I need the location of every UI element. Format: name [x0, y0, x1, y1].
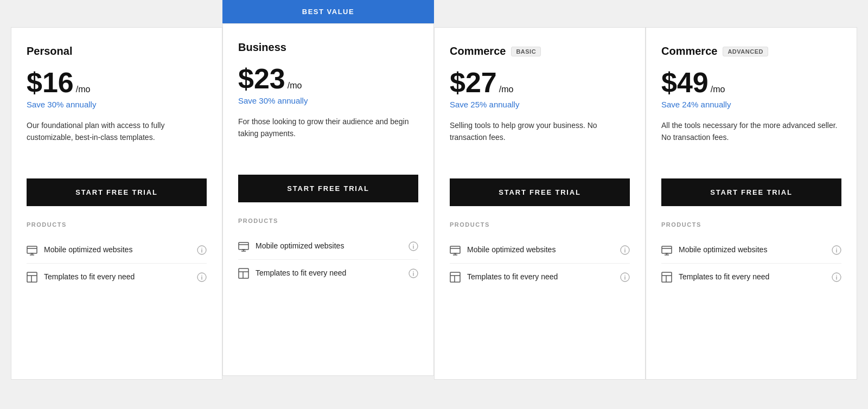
website-icon [238, 240, 249, 252]
product-item: Templates to fit every need [238, 260, 418, 286]
price-amount: $23 [238, 65, 285, 93]
plan-badge: BASIC [511, 47, 541, 56]
product-item: Mobile optimized websites [27, 237, 207, 264]
product-text: Templates to fit every need [679, 271, 769, 282]
product-left: Mobile optimized websites [661, 244, 767, 255]
plan-column-commerce-advanced: CommerceADVANCED$49/moSave 24% annuallyA… [646, 0, 857, 380]
plan-description: For those looking to grow their audience… [238, 116, 418, 159]
product-item: Templates to fit every need [27, 264, 207, 290]
svg-rect-36 [450, 272, 460, 282]
pricing-wrapper: Personal$16/moSave 30% annuallyOur found… [0, 0, 868, 380]
product-left: Templates to fit every need [238, 267, 346, 279]
plan-description: All the tools necessary for the more adv… [661, 120, 841, 163]
price-per: /mo [76, 85, 91, 94]
product-text: Mobile optimized websites [679, 244, 767, 255]
svg-rect-8 [27, 272, 37, 282]
product-text: Mobile optimized websites [44, 244, 132, 255]
svg-rect-50 [662, 272, 672, 282]
template-icon [450, 271, 461, 283]
plan-column-business: BEST VALUEBusiness$23/moSave 30% annuall… [222, 0, 434, 376]
banner-spacer [11, 0, 222, 27]
product-item: Mobile optimized websites [661, 237, 841, 264]
price-per: /mo [499, 85, 514, 94]
template-icon [238, 267, 249, 279]
product-left: Templates to fit every need [661, 271, 769, 283]
price-row: $49/mo [661, 68, 841, 97]
best-value-banner: BEST VALUE [222, 0, 434, 23]
product-text: Mobile optimized websites [467, 244, 556, 255]
svg-rect-42 [662, 246, 672, 253]
product-left: Mobile optimized websites [27, 244, 132, 255]
info-icon[interactable] [620, 271, 630, 282]
product-text: Mobile optimized websites [256, 240, 344, 251]
info-icon[interactable] [409, 267, 418, 278]
start-trial-button[interactable]: START FREE TRIAL [661, 178, 841, 206]
plan-name-row: CommerceBASIC [450, 45, 630, 57]
cards-container: Personal$16/moSave 30% annuallyOur found… [11, 0, 857, 380]
website-icon [661, 244, 672, 255]
products-label: PRODUCTS [238, 218, 418, 224]
product-text: Templates to fit every need [44, 271, 135, 282]
plan-card-personal: Personal$16/moSave 30% annuallyOur found… [11, 27, 222, 380]
website-icon [450, 244, 461, 255]
svg-point-27 [413, 271, 414, 272]
plan-description: Our foundational plan with access to ful… [27, 120, 207, 163]
start-trial-button[interactable]: START FREE TRIAL [450, 178, 630, 206]
start-trial-button[interactable]: START FREE TRIAL [238, 175, 418, 202]
info-icon[interactable] [620, 244, 630, 255]
save-text: Save 30% annually [238, 96, 418, 105]
info-icon[interactable] [832, 244, 841, 255]
price-row: $23/mo [238, 65, 418, 93]
info-icon[interactable] [197, 271, 207, 282]
plan-column-personal: Personal$16/moSave 30% annuallyOur found… [11, 0, 222, 380]
svg-point-13 [201, 275, 202, 276]
plan-card-commerce-advanced: CommerceADVANCED$49/moSave 24% annuallyA… [646, 27, 857, 380]
banner-spacer [434, 0, 646, 27]
template-icon [27, 271, 37, 283]
plan-card-business: Business$23/moSave 30% annuallyFor those… [222, 23, 434, 376]
price-per: /mo [288, 81, 302, 91]
price-per: /mo [711, 85, 725, 94]
product-left: Templates to fit every need [450, 271, 558, 283]
svg-point-21 [413, 244, 414, 245]
plan-name: Personal [27, 45, 72, 57]
product-item: Templates to fit every need [450, 264, 630, 290]
info-icon[interactable] [197, 244, 207, 255]
start-trial-button[interactable]: START FREE TRIAL [27, 178, 207, 206]
plan-name-row: Personal [27, 45, 207, 57]
plan-name: Commerce [661, 45, 717, 57]
banner-spacer [646, 0, 857, 27]
plan-name-row: Business [238, 41, 418, 54]
price-amount: $49 [661, 68, 709, 97]
products-label: PRODUCTS [27, 221, 207, 228]
price-row: $16/mo [27, 68, 207, 97]
svg-rect-14 [239, 242, 248, 250]
products-label: PRODUCTS [661, 221, 841, 228]
plan-badge: ADVANCED [723, 47, 768, 56]
product-left: Templates to fit every need [27, 271, 135, 283]
price-amount: $27 [450, 68, 497, 97]
products-label: PRODUCTS [450, 221, 630, 228]
svg-point-35 [624, 248, 626, 249]
plan-name: Commerce [450, 45, 506, 57]
info-icon[interactable] [832, 271, 841, 282]
svg-point-49 [836, 248, 837, 249]
svg-point-7 [201, 248, 202, 249]
plan-column-commerce-basic: CommerceBASIC$27/moSave 25% annuallySell… [434, 0, 646, 380]
save-text: Save 30% annually [27, 100, 207, 109]
svg-rect-22 [239, 269, 248, 278]
product-text: Templates to fit every need [467, 271, 558, 282]
plan-name-row: CommerceADVANCED [661, 45, 841, 57]
svg-point-55 [836, 275, 837, 276]
info-icon[interactable] [409, 240, 418, 251]
product-left: Mobile optimized websites [238, 240, 344, 252]
svg-rect-0 [27, 246, 37, 253]
product-item: Mobile optimized websites [238, 233, 418, 260]
website-icon [27, 244, 37, 255]
product-left: Mobile optimized websites [450, 244, 556, 255]
plan-description: Selling tools to help grow your business… [450, 120, 630, 163]
product-item: Templates to fit every need [661, 264, 841, 290]
svg-point-41 [624, 275, 626, 276]
template-icon [661, 271, 672, 283]
plan-name: Business [238, 41, 286, 54]
